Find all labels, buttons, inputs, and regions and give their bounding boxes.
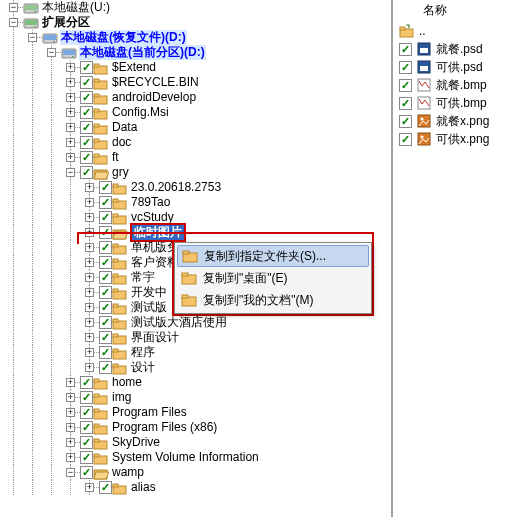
checkbox[interactable] [99,286,112,299]
tree-node[interactable]: +Data [4,120,391,135]
up-folder[interactable]: .. [393,22,528,40]
checkbox[interactable] [80,76,93,89]
file-row[interactable]: 就餐.bmp [393,76,528,94]
expand-toggle[interactable]: + [66,423,75,432]
expand-toggle[interactable]: + [66,453,75,462]
expand-toggle[interactable]: + [85,288,94,297]
expand-toggle[interactable]: + [85,318,94,327]
tree-node[interactable]: +Program Files (x86) [4,420,391,435]
checkbox[interactable] [399,61,412,74]
tree-node[interactable]: +doc [4,135,391,150]
expand-toggle[interactable]: + [85,348,94,357]
checkbox[interactable] [80,91,93,104]
checkbox[interactable] [80,151,93,164]
tree-node[interactable]: +System Volume Information [4,450,391,465]
checkbox[interactable] [99,226,112,239]
expand-toggle[interactable]: + [85,258,94,267]
expand-toggle[interactable]: + [85,273,94,282]
tree-node[interactable]: +$Extend [4,60,391,75]
tree-node-recover[interactable]: −本地磁盘(恢复文件)(D:) [4,30,391,45]
checkbox[interactable] [399,133,412,146]
expand-toggle[interactable]: + [85,183,94,192]
expand-toggle[interactable]: + [66,108,75,117]
checkbox[interactable] [80,451,93,464]
expand-toggle[interactable]: + [85,333,94,342]
tree-node[interactable]: +$RECYCLE.BIN [4,75,391,90]
checkbox[interactable] [99,196,112,209]
expand-toggle[interactable]: + [66,393,75,402]
tree-node[interactable]: +789Tao [4,195,391,210]
checkbox[interactable] [99,331,112,344]
ctx-copy-to-docs[interactable]: 复制到"我的文档"(M) [177,289,369,311]
tree-node[interactable]: +23.0.20618.2753 [4,180,391,195]
tree-node[interactable]: +SkyDrive [4,435,391,450]
tree-node[interactable]: +界面设计 [4,330,391,345]
collapse-toggle[interactable]: − [9,3,18,12]
tree-node[interactable]: −wamp [4,465,391,480]
expand-toggle[interactable]: + [66,63,75,72]
tree-node[interactable]: +home [4,375,391,390]
collapse-toggle[interactable]: − [47,48,56,57]
expand-toggle[interactable]: + [66,408,75,417]
tree-node-root[interactable]: −本地磁盘(U:) [4,0,391,15]
collapse-toggle[interactable]: − [66,168,75,177]
tree-node[interactable]: +alias [4,480,391,495]
expand-toggle[interactable]: + [85,213,94,222]
tree-node[interactable]: +Config.Msi [4,105,391,120]
tree-node[interactable]: +测试版大酒店使用 [4,315,391,330]
tree-node-ext[interactable]: −扩展分区 [4,15,391,30]
file-row[interactable]: 可供.psd [393,58,528,76]
expand-toggle[interactable]: + [66,438,75,447]
checkbox[interactable] [99,301,112,314]
checkbox[interactable] [399,79,412,92]
expand-toggle[interactable]: + [66,138,75,147]
ctx-copy-to-desktop[interactable]: 复制到"桌面"(E) [177,267,369,289]
checkbox[interactable] [99,271,112,284]
checkbox[interactable] [99,481,112,494]
checkbox[interactable] [99,361,112,374]
checkbox[interactable] [99,211,112,224]
checkbox[interactable] [99,256,112,269]
tree-node[interactable]: −gry [4,165,391,180]
checkbox[interactable] [80,406,93,419]
expand-toggle[interactable]: + [85,243,94,252]
expand-toggle[interactable]: + [85,198,94,207]
checkbox[interactable] [80,121,93,134]
tree-node[interactable]: +img [4,390,391,405]
expand-toggle[interactable]: + [85,483,94,492]
tree-node[interactable]: +androidDevelop [4,90,391,105]
file-row[interactable]: 可供x.png [393,130,528,148]
file-row[interactable]: 可供.bmp [393,94,528,112]
checkbox[interactable] [80,436,93,449]
expand-toggle[interactable]: + [66,78,75,87]
checkbox[interactable] [99,181,112,194]
tree-node[interactable]: +设计 [4,360,391,375]
tree-node[interactable]: +ft [4,150,391,165]
tree-node[interactable]: +程序 [4,345,391,360]
expand-toggle[interactable]: + [66,153,75,162]
collapse-toggle[interactable]: − [9,18,18,27]
ctx-copy-to-folder[interactable]: 复制到指定文件夹(S)... [177,245,369,267]
file-row[interactable]: 就餐.psd [393,40,528,58]
checkbox[interactable] [80,421,93,434]
tree-node[interactable]: +vcStudy [4,210,391,225]
checkbox[interactable] [80,106,93,119]
checkbox[interactable] [399,115,412,128]
checkbox[interactable] [99,241,112,254]
file-row[interactable]: 就餐x.png [393,112,528,130]
checkbox[interactable] [80,391,93,404]
checkbox[interactable] [99,346,112,359]
checkbox[interactable] [399,43,412,56]
checkbox[interactable] [80,466,93,479]
checkbox[interactable] [399,97,412,110]
tree-node[interactable]: +临时图片 [4,225,391,240]
checkbox[interactable] [80,61,93,74]
column-header[interactable]: 名称 [393,0,528,20]
expand-toggle[interactable]: + [66,123,75,132]
collapse-toggle[interactable]: − [28,33,37,42]
expand-toggle[interactable]: + [66,93,75,102]
checkbox[interactable] [80,376,93,389]
checkbox[interactable] [80,136,93,149]
tree-node-current[interactable]: −本地磁盘(当前分区)(D:) [4,45,391,60]
expand-toggle[interactable]: + [66,378,75,387]
